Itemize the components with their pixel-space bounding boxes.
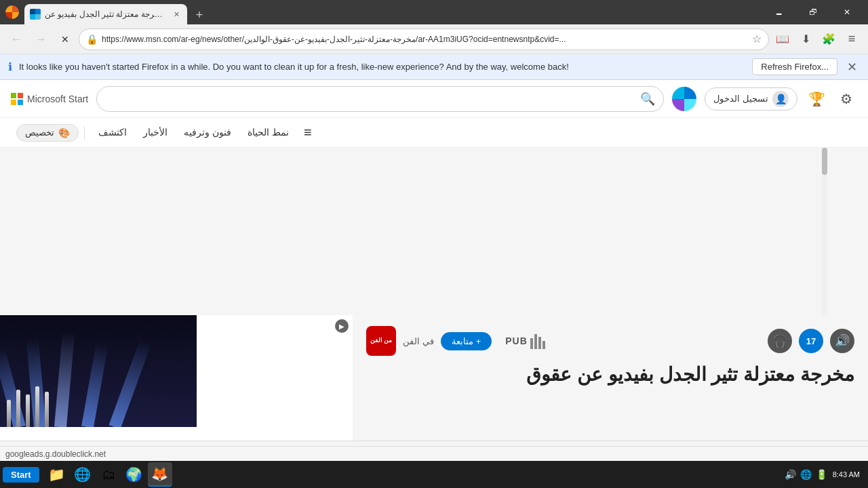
security-icon: 🔒 [86, 34, 98, 45]
source-logo-text: من الفن [370, 338, 393, 344]
window-controls: 🗕 🗗 ✕ [764, 2, 863, 22]
microsoft-start-label: Microsoft Start [27, 94, 88, 104]
customize-icon: 🎨 [58, 127, 70, 138]
customize-label: تخصيص [25, 127, 54, 138]
volume-icon: 🔊 [835, 333, 850, 348]
volume-button[interactable]: 🔊 [830, 329, 854, 353]
folder-icon: 🗂 [102, 467, 115, 483]
settings-button[interactable]: ⚙ [835, 88, 857, 110]
time-display: 8:43 AM [833, 470, 860, 479]
taskbar-tray: 🔊 🌐 🔋 8:43 AM [779, 469, 865, 480]
article-title-text: مخرجة معتزلة تثير الجدل بفيديو عن عقوق [526, 364, 854, 385]
tray-battery-icon[interactable]: 🔋 [816, 469, 827, 480]
taskbar-app-firefox[interactable]: 🦊 [148, 462, 172, 487]
nav-right-buttons: 📖 ⬇ 🧩 ≡ [772, 28, 863, 50]
minimize-button[interactable]: 🗕 [764, 2, 795, 22]
rub-bar-3 [534, 334, 537, 349]
nav-item-arts[interactable]: فنون وترفيه [176, 118, 239, 148]
taskbar: Start 📁 🌐 🗂 🌍 🦊 🔊 🌐 🔋 8:43 AM [0, 461, 868, 488]
taskbar-app-chrome[interactable]: 🌍 [122, 462, 146, 487]
pub-label: PUB [505, 336, 528, 346]
tray-speaker-icon[interactable]: 🔊 [785, 469, 796, 480]
taskbar-app-folder[interactable]: 🗂 [96, 462, 121, 487]
msn-header: ⚙ 🏆 👤 تسجيل الدخول 🔍 Microsoft Start [0, 80, 868, 118]
tab-close-button[interactable]: ✕ [171, 9, 182, 20]
chrome-icon: 🌍 [125, 466, 142, 483]
taskbar-apps: 📁 🌐 🗂 🌍 🦊 [45, 462, 172, 487]
start-button[interactable]: Start [3, 467, 39, 483]
trophy-icon: 🏆 [808, 91, 825, 107]
url-input[interactable] [102, 35, 748, 44]
headphone-icon: 🎧 [772, 333, 787, 348]
nav-item-lifestyle[interactable]: نمط الحياة [239, 118, 297, 148]
nav-separator [84, 126, 85, 140]
notification-count: 17 [806, 336, 816, 346]
login-label: تسجيل الدخول [713, 94, 768, 104]
microsoft-logo [11, 93, 23, 105]
article-title: مخرجة معتزلة تثير الجدل بفيديو عن عقوق [366, 363, 854, 387]
tab-title: مخرجة معتزلة تثير الجدل بفيديو عن... [45, 9, 167, 19]
tray-icons: 🔊 🌐 🔋 [785, 469, 827, 480]
navigation-bar: ← → ✕ 🔒 ☆ 📖 ⬇ 🧩 ≡ [0, 24, 868, 54]
hamburger-icon: ≡ [304, 125, 312, 140]
page-content-wrapper: ⚙ 🏆 👤 تسجيل الدخول 🔍 Microsoft Start [0, 80, 868, 461]
bookmark-icon[interactable]: ☆ [752, 33, 762, 45]
new-tab-button[interactable]: + [190, 5, 209, 24]
search-bar[interactable]: 🔍 [96, 86, 664, 112]
nav-item-news[interactable]: الأخبار [135, 118, 176, 148]
browser-icon [5, 5, 19, 19]
pub-logo-area: PUB [505, 333, 545, 349]
customize-button[interactable]: 🎨 تخصيص [16, 124, 79, 142]
audio-button[interactable]: 🎧 [768, 329, 792, 353]
back-button[interactable]: ← [5, 28, 27, 50]
reader-view-button[interactable]: 📖 [772, 28, 793, 50]
rub-bar-2 [538, 337, 541, 349]
system-clock[interactable]: 8:43 AM [833, 470, 860, 479]
copilot-button[interactable] [672, 87, 696, 111]
forward-button[interactable]: → [30, 28, 52, 50]
extensions-button[interactable]: 🧩 [818, 28, 840, 50]
login-button[interactable]: 👤 تسجيل الدخول [705, 87, 797, 110]
search-icon: 🔍 [640, 92, 655, 106]
spotlight-4 [81, 342, 108, 427]
source-logo: من الفن [366, 326, 396, 356]
firefox-icon: 🦊 [151, 466, 168, 482]
user-avatar-icon: 👤 [772, 91, 789, 107]
source-label: في الفن [403, 336, 434, 346]
notification-button[interactable]: 17 [799, 329, 823, 353]
microsoft-start-brand: Microsoft Start [11, 93, 88, 105]
spotlight-5 [109, 339, 152, 427]
title-bar: مخرجة معتزلة تثير الجدل بفيديو عن... ✕ +… [0, 0, 868, 24]
nav-item-discover[interactable]: اكتشف [90, 118, 135, 148]
status-url: googleads.g.doubleclick.net [5, 449, 106, 459]
rub-bars [530, 333, 545, 349]
page-body: ▶ [0, 148, 868, 461]
maximize-button[interactable]: 🗗 [797, 2, 829, 22]
video-close-button[interactable]: ▶ [335, 319, 349, 333]
stop-loading-button[interactable]: ✕ [54, 28, 76, 50]
info-icon: ℹ [8, 60, 12, 73]
rewards-button[interactable]: 🏆 [806, 88, 827, 110]
bottom-content-area: ▶ [0, 315, 868, 441]
tray-network-icon[interactable]: 🌐 [800, 469, 812, 480]
nav-menu-button[interactable]: ≡ [297, 122, 319, 144]
close-button[interactable]: ✕ [831, 2, 863, 22]
scrollbar-thumb[interactable] [822, 148, 827, 175]
gear-icon: ⚙ [840, 91, 852, 107]
ad-section: ▶ [0, 315, 353, 441]
article-source-bar: من الفن في الفن + متابعة [366, 326, 854, 356]
taskbar-app-explorer[interactable]: 📁 [45, 462, 69, 487]
browser-menu-button[interactable]: ≡ [841, 28, 863, 50]
taskbar-app-edge[interactable]: 🌐 [71, 462, 95, 487]
tab-bar: مخرجة معتزلة تثير الجدل بفيديو عن... ✕ + [24, 0, 758, 24]
address-bar[interactable]: 🔒 ☆ [79, 28, 769, 50]
active-tab[interactable]: مخرجة معتزلة تثير الجدل بفيديو عن... ✕ [24, 4, 187, 24]
tab-favicon [30, 9, 41, 20]
refresh-firefox-button[interactable]: Refresh Firefox... [752, 58, 837, 75]
status-bar: googleads.g.doubleclick.net [0, 446, 868, 461]
info-bar-message: It looks like you haven't started Firefo… [19, 62, 745, 72]
follow-button[interactable]: + متابعة [441, 332, 492, 350]
info-bar-close-button[interactable]: ✕ [844, 58, 860, 76]
downloads-button[interactable]: ⬇ [795, 28, 816, 50]
source-info: في الفن [403, 336, 434, 346]
